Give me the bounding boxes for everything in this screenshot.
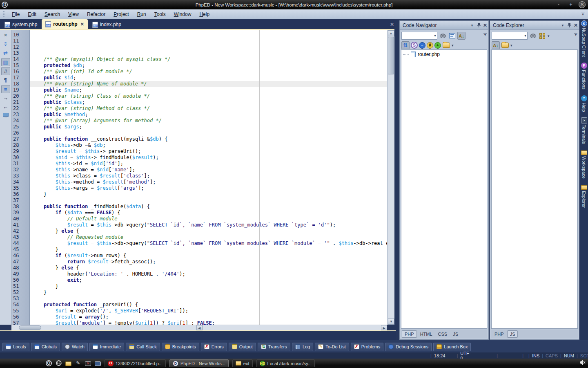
dropdown-icon[interactable]: ▾: [510, 43, 512, 47]
outdent-icon[interactable]: ←: [1, 103, 10, 111]
find-icon[interactable]: [529, 32, 537, 40]
panel-close-icon[interactable]: ✕: [482, 22, 488, 28]
scroll-up-icon[interactable]: ▲: [388, 30, 394, 36]
public-members-icon[interactable]: +: [434, 42, 441, 49]
monitor-icon[interactable]: [95, 361, 101, 366]
menu-refactor[interactable]: Refactor: [83, 10, 109, 19]
split-editor-icon[interactable]: ⇕: [1, 40, 10, 48]
close-icon[interactable]: ×: [1, 31, 10, 39]
side-tab-explorer[interactable]: Explorer: [580, 184, 588, 208]
find-icon[interactable]: [439, 32, 447, 40]
side-tab-functions[interactable]: FFunctions: [580, 63, 588, 90]
globe-icon[interactable]: [56, 360, 62, 366]
menu-window[interactable]: Window: [170, 10, 196, 19]
menu-search[interactable]: Search: [40, 10, 64, 19]
speaker-muted-icon[interactable]: [580, 360, 586, 366]
pen-icon[interactable]: ✎: [75, 360, 81, 366]
horizontal-scrollbar[interactable]: ◀ ▶: [11, 325, 387, 330]
word-wrap-icon[interactable]: ⇄: [1, 49, 10, 57]
taskbar-button-1348327210untitled-p-[interactable]: O1348327210untitled.p...: [105, 359, 166, 367]
tree-item-router.php[interactable]: router.php: [401, 50, 487, 57]
panel-tab-js[interactable]: JS: [450, 331, 461, 337]
panel-tab-php[interactable]: PHP: [402, 330, 417, 338]
menu-file[interactable]: File: [8, 10, 24, 19]
side-tab-nusoap-client[interactable]: SNuSoap Client: [580, 20, 588, 57]
code-editor[interactable]: /** @var (mysqli) Object of mysqli class…: [30, 30, 387, 325]
call-stack-button[interactable]: Call Stack: [126, 343, 160, 351]
errors-button[interactable]: ✗Errors: [201, 343, 227, 351]
panel-tab-css[interactable]: CSS: [436, 331, 450, 337]
horizontal-scroll-thumb[interactable]: [19, 325, 41, 330]
maximize-button[interactable]: +: [566, 2, 575, 8]
panel-tab-php[interactable]: PHP: [492, 331, 506, 337]
pin-icon[interactable]: [566, 23, 572, 27]
pin-icon[interactable]: [475, 23, 482, 27]
line-numbers-icon[interactable]: #: [1, 67, 10, 75]
sort-alpha-icon[interactable]: A↓: [492, 41, 500, 49]
indent-icon[interactable]: →: [1, 94, 10, 102]
explorer-tree[interactable]: [491, 49, 578, 329]
toolbar-overflow-chevron[interactable]: ▾: [581, 13, 585, 15]
folder-icon[interactable]: [65, 361, 71, 366]
private-members-icon[interactable]: −: [419, 42, 425, 49]
show-paragraph-icon[interactable]: ¶: [1, 76, 10, 84]
minimize-button[interactable]: -: [554, 2, 563, 8]
toolbar-drag-handle[interactable]: [3, 11, 4, 18]
side-tab-workspace[interactable]: Workspace: [580, 150, 588, 179]
protected-members-icon[interactable]: #: [427, 42, 433, 49]
code-navigator-header[interactable]: Code Navigator ▾ ✕: [400, 21, 488, 30]
immediate-button[interactable]: Immediate: [89, 343, 124, 351]
sort-alpha-icon[interactable]: A↓: [457, 32, 466, 40]
taskbar-button-local-dark-music-sy-[interactable]: HSLocal /dark-music/sy...: [256, 359, 315, 367]
toolbar-overflow-icon[interactable]: ▾: [483, 33, 487, 36]
toolbar-overflow-icon[interactable]: ▾: [574, 33, 577, 36]
panel-close-icon[interactable]: ✕: [572, 22, 579, 28]
menu-edit[interactable]: Edit: [24, 10, 40, 19]
vertical-scrollbar[interactable]: ▲ ▼: [387, 30, 394, 325]
tab-index.php[interactable]: index.php: [89, 20, 125, 29]
output-button[interactable]: Output: [229, 343, 256, 351]
panel-tab-js[interactable]: JS: [507, 330, 518, 338]
side-tab-terminals[interactable]: >Terminals: [580, 117, 588, 144]
log-button[interactable]: Log: [292, 343, 313, 351]
tab-close-icon[interactable]: ✕: [80, 22, 84, 27]
scroll-down-icon[interactable]: ▼: [388, 319, 394, 325]
explorer-search-input[interactable]: [492, 32, 528, 40]
panel-menu-icon[interactable]: ▾: [559, 23, 566, 27]
menu-project[interactable]: Project: [109, 10, 133, 19]
launch-box-button[interactable]: Launch Box: [433, 343, 471, 351]
globals-button[interactable]: Globals: [31, 343, 60, 351]
breakpoints-button[interactable]: Breakpoints: [162, 343, 199, 351]
menu-run[interactable]: Run: [133, 10, 150, 19]
taskbar-button-phped-new-works-[interactable]: DPhpED - New Works...: [169, 359, 229, 367]
goto-folder-icon[interactable]: [501, 41, 509, 49]
debug-sessions-button[interactable]: Debug Sessions: [385, 343, 432, 351]
vertical-scroll-thumb[interactable]: [388, 37, 394, 74]
navigator-tree[interactable]: router.php: [401, 49, 487, 329]
panel-menu-icon[interactable]: ▾: [469, 23, 475, 27]
menu-tools[interactable]: Tools: [150, 10, 170, 19]
scroll-left-icon[interactable]: ◀: [196, 325, 203, 330]
menu-view[interactable]: View: [64, 10, 83, 19]
menu-help[interactable]: Help: [195, 10, 214, 19]
static-members-icon[interactable]: S: [411, 42, 418, 49]
navigator-search-input[interactable]: [401, 32, 437, 40]
panel-tab-html[interactable]: HTML: [418, 331, 435, 337]
dropdown-icon[interactable]: ▾: [452, 43, 454, 47]
indent-guides-icon[interactable]: ≡: [1, 85, 10, 93]
transfers-button[interactable]: ⇅Transfers: [258, 343, 290, 351]
preview-monitor-icon[interactable]: [1, 112, 10, 120]
to-do-list-button[interactable]: ✎To-Do List: [315, 343, 349, 351]
goto-folder-icon[interactable]: [442, 41, 450, 49]
watch-button[interactable]: Watch: [62, 343, 88, 351]
scroll-right-icon[interactable]: ▶: [381, 325, 387, 330]
group-view-icon[interactable]: [538, 32, 546, 40]
locals-button[interactable]: Locals: [2, 343, 29, 351]
taskbar-button-ext[interactable]: ext: [232, 359, 253, 367]
side-tab-help[interactable]: ?Help: [580, 95, 588, 112]
tab-system.php[interactable]: system.php: [1, 20, 41, 29]
problems-button[interactable]: ✗Problems: [351, 343, 383, 351]
opera-icon[interactable]: O: [46, 360, 52, 366]
close-button[interactable]: ✕: [579, 1, 586, 8]
panel-view-icon[interactable]: [448, 32, 456, 40]
